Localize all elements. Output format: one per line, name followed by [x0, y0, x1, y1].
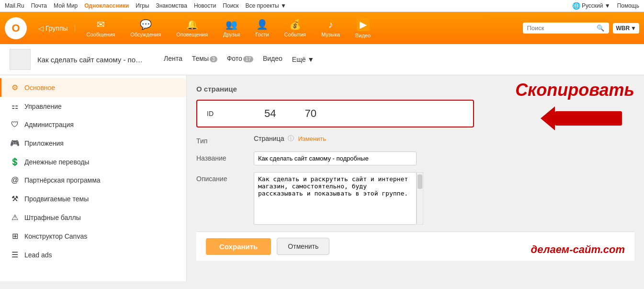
topnav-ok[interactable]: Одноклассники [84, 2, 129, 9]
sidebar-item-partner[interactable]: @ Партнёрская программа [0, 171, 186, 189]
topnav-igry[interactable]: Игры [136, 2, 149, 9]
header-nav: ✉ Сообщения 💬 Обсуждения 🔔 Оповещения 👥 … [80, 16, 523, 40]
topnav-moimir[interactable]: Мой Мир [54, 2, 78, 9]
svg-rect-1 [555, 111, 622, 126]
copy-overlay-text: Скопировать [515, 80, 634, 100]
music-icon: ♪ [328, 19, 333, 30]
id-box: ID 54 70 [196, 100, 474, 127]
sidebar-item-lead-ads[interactable]: ☰ Lead ads [0, 245, 186, 264]
topnav-znakomstva[interactable]: Знакомства [156, 2, 187, 9]
id-value-2: 70 [305, 107, 316, 120]
header-search-box[interactable]: 🔍 [523, 23, 609, 34]
messages-icon: ✉ [97, 19, 105, 30]
change-link[interactable]: Изменить [298, 135, 326, 142]
topnav-mailru[interactable]: Mail.Ru [5, 2, 24, 9]
sidebar-item-penalty[interactable]: ⚠ Штрафные баллы [0, 208, 186, 227]
cancel-button[interactable]: Отменить [277, 238, 329, 255]
name-row: Название [196, 151, 531, 165]
wbr-label: WBR [616, 25, 630, 32]
sidebar-item-canvas[interactable]: ⊞ Конструктор Canvas [0, 227, 186, 245]
topnav-all[interactable]: Все проекты ▼ [246, 2, 286, 9]
name-value [254, 151, 531, 165]
group-header: Как сделать сайт самому - по… Лента Темы… [0, 44, 644, 75]
arrow-svg [541, 104, 636, 133]
promo-icon: ⚒ [10, 194, 20, 203]
money-icon: 💲 [10, 157, 20, 166]
id-value-1: 54 [264, 107, 276, 120]
svg-marker-2 [541, 106, 555, 130]
desc-label: Описание [196, 172, 254, 183]
save-button[interactable]: Сохранить [206, 238, 271, 255]
tab-video[interactable]: Видео [263, 55, 282, 64]
topnav-right: 🌐 Русский ▼ Помощь [572, 2, 639, 10]
video-icon: ▶ [357, 18, 370, 31]
nav-music[interactable]: ♪ Музыка [315, 17, 347, 39]
groups-link[interactable]: ◁ Группы [32, 24, 75, 32]
wbr-badge[interactable]: WBR ▼ [613, 23, 639, 34]
nav-friends[interactable]: 👥 Друзья [216, 17, 247, 39]
sidebar-item-admin[interactable]: 🛡 Администрация [0, 116, 186, 134]
scrollbar-track[interactable] [417, 172, 423, 225]
desc-value [254, 172, 531, 225]
topnav-poisk[interactable]: Поиск [223, 2, 238, 9]
ok-logo[interactable]: О [5, 17, 27, 39]
orange-header: О ◁ Группы ✉ Сообщения 💬 Обсуждения 🔔 Оп… [0, 12, 644, 44]
search-icon: 🔍 [597, 24, 604, 32]
nav-discussions[interactable]: 💬 Обсуждения [124, 17, 168, 39]
main-layout: ⚙ Основное ⚏ Управление 🛡 Администрация … [0, 75, 644, 281]
group-title: Как сделать сайт самому - по… [37, 56, 143, 64]
type-label: Тип [196, 134, 254, 145]
group-tabs: Лента Темы3 Фото17 Видео Ещё ▼ [164, 55, 314, 64]
nav-events[interactable]: 💰 События [278, 17, 313, 39]
lead-ads-icon: ☰ [10, 250, 20, 259]
nav-guests[interactable]: 👤 Гости [249, 17, 276, 39]
sidebar: ⚙ Основное ⚏ Управление 🛡 Администрация … [0, 75, 187, 281]
guests-icon: 👤 [256, 19, 268, 30]
help-link[interactable]: Помощь [617, 2, 639, 9]
arrow-icon [541, 104, 636, 133]
sidebar-item-upravlenie[interactable]: ⚏ Управление [0, 97, 186, 116]
search-input[interactable] [527, 24, 594, 32]
gamepad-icon: 🎮 [10, 139, 20, 148]
desc-textarea[interactable] [254, 172, 417, 225]
name-label: Название [196, 151, 254, 162]
nav-alerts[interactable]: 🔔 Оповещения [169, 17, 215, 39]
wbr-chevron-icon: ▼ [631, 25, 636, 32]
tab-lenta[interactable]: Лента [164, 55, 182, 64]
temy-badge: 3 [210, 56, 217, 62]
globe-icon: 🌐 [572, 2, 580, 10]
canvas-icon: ⊞ [10, 231, 20, 241]
content-area: Скопировать О странице ID 54 70 [187, 75, 644, 281]
sidebar-item-money[interactable]: 💲 Денежные переводы [0, 152, 186, 171]
topnav-pochta[interactable]: Почта [31, 2, 47, 9]
type-row: Тип Страница ⓘ Изменить [196, 134, 531, 145]
top-nav: Mail.Ru Почта Мой Мир Одноклассники Игры… [0, 0, 644, 12]
id-values: 54 70 [264, 107, 316, 120]
discussions-icon: 💬 [140, 19, 152, 30]
type-value-text: Страница [254, 135, 284, 142]
events-icon: 💰 [289, 19, 301, 30]
type-value: Страница ⓘ Изменить [254, 134, 531, 143]
warning-icon: ⚠ [10, 213, 20, 222]
name-input[interactable] [254, 151, 417, 165]
foto-badge: 17 [243, 56, 253, 62]
info-icon: ⓘ [288, 134, 294, 143]
sidebar-item-osnovnoe[interactable]: ⚙ Основное [0, 78, 186, 97]
scrollbar-thumb[interactable] [418, 174, 422, 189]
tab-foto[interactable]: Фото17 [227, 55, 253, 64]
manage-icon: ⚏ [10, 102, 20, 111]
more-button[interactable]: Ещё ▼ [292, 56, 314, 63]
language-selector[interactable]: 🌐 Русский ▼ [572, 2, 610, 10]
textarea-wrap [254, 172, 423, 225]
tab-temy[interactable]: Темы3 [192, 55, 217, 64]
nav-video[interactable]: ▶ Видео [349, 16, 377, 40]
sidebar-item-promo[interactable]: ⚒ Продвигаемые темы [0, 189, 186, 208]
shield-icon: 🛡 [10, 120, 20, 129]
at-icon: @ [10, 176, 20, 185]
sidebar-item-apps[interactable]: 🎮 Приложения [0, 134, 186, 152]
gear-icon: ⚙ [10, 83, 20, 92]
topnav-novosti[interactable]: Новости [194, 2, 216, 9]
alerts-icon: 🔔 [186, 19, 198, 30]
friends-icon: 👥 [226, 19, 237, 30]
nav-messages[interactable]: ✉ Сообщения [80, 17, 122, 39]
